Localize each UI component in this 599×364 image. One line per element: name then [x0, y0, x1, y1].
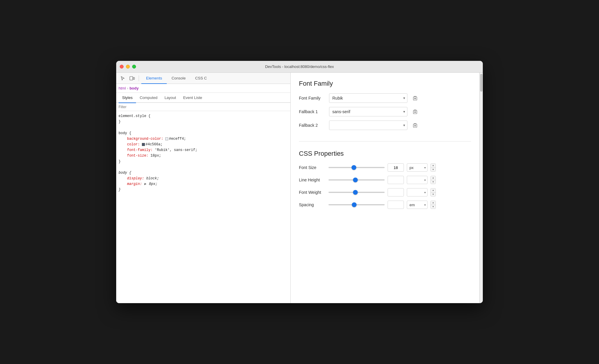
font-family-section: Font Family Font Family Rubik ▾ [299, 80, 471, 142]
css-code-area: element.style { } body { background-colo… [116, 111, 290, 303]
toolbar-tabs: Elements Console CSS C [141, 73, 212, 84]
rule-body1-close: } [119, 159, 288, 165]
font-weight-stepper: ▴ ▾ [430, 188, 436, 196]
window-title: DevTools - localhost:8080/demo/css-flex [265, 64, 334, 69]
font-size-thumb[interactable] [352, 165, 356, 170]
device-icon[interactable] [128, 74, 136, 82]
rule-body1-fontsize: font-size: 18px; [119, 153, 288, 159]
breadcrumb-html[interactable]: html [119, 86, 126, 90]
font-weight-decrement[interactable]: ▾ [431, 193, 436, 196]
line-height-label: Line Height [299, 178, 326, 182]
sub-tabs: Styles Computed Layout Event Liste [116, 93, 290, 103]
breadcrumb-body[interactable]: body [129, 86, 139, 90]
rule-body1-bg: background-color: #eceff4; [119, 136, 288, 142]
fallback1-row: Fallback 1 sans-serif ▾ [299, 107, 471, 116]
font-weight-thumb[interactable] [353, 190, 358, 195]
spacing-increment[interactable]: ▴ [431, 201, 436, 205]
font-family-select-container: Rubik ▾ [329, 93, 407, 103]
spacing-unit-container: em px rem ▾ [407, 201, 428, 209]
tab-css[interactable]: CSS C [190, 73, 212, 84]
fallback2-delete[interactable] [411, 121, 419, 129]
subtab-event-listeners[interactable]: Event Liste [179, 92, 205, 103]
fallback1-select-container: sans-serif ▾ [329, 107, 407, 116]
line-height-input[interactable] [388, 176, 404, 184]
rule-body1-color: color: #4c566a; [119, 142, 288, 147]
spacing-unit-select[interactable]: em px rem [407, 201, 428, 209]
subtab-computed[interactable]: Computed [136, 92, 161, 103]
close-button[interactable] [120, 65, 124, 69]
font-weight-increment[interactable]: ▴ [431, 188, 436, 193]
font-weight-slider-container [328, 192, 385, 193]
spacing-track [328, 204, 385, 205]
title-bar: DevTools - localhost:8080/demo/css-flex [116, 61, 483, 73]
font-family-label: Font Family [299, 96, 326, 100]
font-size-label: Font Size [299, 165, 326, 170]
line-height-stepper: ▴ ▾ [430, 176, 436, 184]
font-size-row: Font Size px em rem ▾ [299, 163, 471, 172]
filter-bar [116, 103, 290, 111]
fallback2-label: Fallback 2 [299, 123, 326, 128]
font-weight-unit-select[interactable]: normal bold [407, 188, 428, 196]
tab-elements[interactable]: Elements [141, 73, 167, 84]
font-size-slider-container [328, 167, 385, 168]
right-scrollbar[interactable] [479, 73, 483, 303]
spacer2 [119, 165, 288, 170]
font-family-title: Font Family [299, 80, 471, 87]
fallback1-select[interactable]: sans-serif [329, 107, 407, 116]
spacing-decrement[interactable]: ▾ [431, 205, 436, 209]
subtab-styles[interactable]: Styles [119, 92, 136, 103]
spacing-label: Spacing [299, 202, 326, 207]
font-weight-unit-container: normal bold ▾ [407, 188, 428, 196]
bg-color-swatch [165, 137, 168, 140]
font-weight-input[interactable] [388, 188, 404, 196]
devtools-panel: Elements Console CSS C html › body [116, 73, 291, 303]
line-height-decrement[interactable]: ▾ [431, 180, 436, 184]
line-height-increment[interactable]: ▴ [431, 176, 436, 180]
subtab-layout[interactable]: Layout [161, 92, 179, 103]
line-height-track [328, 179, 385, 181]
cursor-icon[interactable] [119, 74, 127, 82]
fallback2-row: Fallback 2 ▾ [299, 121, 471, 130]
line-height-row: Line Height px em ▾ [299, 176, 471, 184]
rule-element-style-close: } [119, 119, 288, 125]
fallback1-delete[interactable] [411, 108, 419, 116]
spacing-stepper: ▴ ▾ [430, 201, 436, 209]
line-height-unit-select[interactable]: px em [407, 176, 428, 184]
font-weight-row: Font Weight normal bold ▾ [299, 188, 471, 196]
line-height-thumb[interactable] [353, 178, 358, 182]
rule-body2-selector: body { [119, 170, 288, 176]
font-size-increment[interactable]: ▴ [431, 164, 436, 168]
font-family-row: Font Family Rubik ▾ [299, 93, 471, 103]
spacing-row: Spacing em px rem ▾ [299, 201, 471, 209]
color-swatch [142, 143, 145, 146]
minimize-button[interactable] [126, 65, 130, 69]
font-family-delete[interactable] [411, 94, 419, 102]
maximize-button[interactable] [132, 65, 136, 69]
font-weight-track [328, 192, 385, 193]
main-content: Elements Console CSS C html › body [116, 73, 483, 303]
line-height-unit-container: px em ▾ [407, 176, 428, 184]
tab-console[interactable]: Console [167, 73, 190, 84]
css-properties-title: CSS Properties [299, 150, 471, 157]
spacing-input[interactable] [388, 201, 404, 209]
fallback2-select[interactable] [329, 121, 407, 130]
scrollbar-thumb[interactable] [480, 74, 483, 92]
fallback2-select-container: ▾ [329, 121, 407, 130]
css-properties-section: CSS Properties Font Size px em [299, 150, 471, 209]
rule-body2-display: display: block; [119, 176, 288, 181]
font-size-decrement[interactable]: ▾ [431, 168, 436, 172]
rule-body1-fontfamily: font-family: 'Rubik', sans-serif; [119, 147, 288, 153]
line-height-slider-container [328, 179, 385, 181]
svg-rect-0 [130, 77, 133, 80]
filter-input[interactable] [119, 105, 288, 109]
spacing-slider-container [328, 204, 385, 205]
toolbar-divider [139, 75, 139, 81]
spacing-thumb[interactable] [352, 202, 357, 207]
font-panel: Font Family Font Family Rubik ▾ [291, 73, 479, 303]
font-size-input[interactable] [388, 163, 404, 172]
devtools-toolbar: Elements Console CSS C [116, 73, 290, 84]
font-size-track [328, 167, 385, 168]
font-family-select[interactable]: Rubik [329, 93, 407, 103]
breadcrumb: html › body [116, 84, 290, 93]
font-size-unit-select[interactable]: px em rem [407, 163, 428, 172]
